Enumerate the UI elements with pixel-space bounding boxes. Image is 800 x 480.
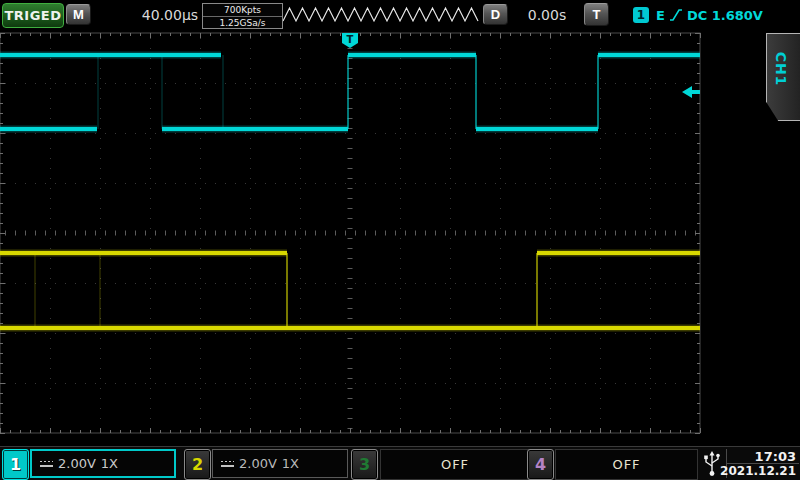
trigger-source-badge: 1 (633, 7, 649, 23)
trigger-status-badge: TRIGED (2, 3, 64, 28)
trace-ch2-high (537, 251, 700, 255)
trace-edge-faint (223, 55, 224, 129)
channel-2-settings[interactable]: 2.00V 1X (212, 449, 348, 478)
channel-1-probe: 1X (101, 456, 118, 471)
waveform-preview-icon (283, 4, 481, 26)
dc-coupling-icon (40, 460, 53, 468)
trace-edge-faint (98, 55, 99, 129)
trace-ch1-high (348, 53, 476, 57)
channel-1-settings[interactable]: 2.00V 1X (30, 449, 176, 478)
trace-edge-faint (100, 253, 101, 328)
channel-3-status[interactable]: OFF (380, 449, 530, 480)
horizontal-menu-button[interactable]: M (66, 4, 91, 25)
channel-4-badge[interactable]: 4 (527, 449, 554, 480)
trace-ch1-high (598, 53, 700, 57)
memory-depth: 700Kpts (203, 4, 282, 17)
trace-ch2-high (0, 251, 287, 255)
active-channel-tab-label: CH1 (773, 29, 789, 109)
channel-2-probe: 1X (282, 456, 299, 471)
bottom-channel-bar: 1 2.00V 1X 2 2.00V 1X 3 OFF 4 OFF (0, 446, 800, 480)
trace-edge (286, 253, 288, 328)
channel-3-badge[interactable]: 3 (351, 449, 378, 480)
clock-date: 2021.12.21 (727, 463, 799, 478)
trace-ch1-high (0, 53, 221, 57)
trigger-time-marker-label: T (347, 34, 354, 45)
trace-ch1-low (0, 127, 97, 131)
channel-1-badge[interactable]: 1 (2, 449, 29, 480)
channel-2-scale: 2.00V (239, 456, 277, 471)
delay-menu-button[interactable]: D (483, 4, 508, 25)
trace-edge (347, 55, 349, 129)
trace-edge (536, 253, 538, 328)
channel-2-badge[interactable]: 2 (184, 449, 211, 480)
trigger-coupling-level: DC 1.680V (687, 8, 763, 23)
delay-readout: 0.00s (512, 7, 582, 23)
trigger-info: E DC 1.680V (656, 6, 763, 24)
waveform-display: 12T (0, 30, 760, 445)
trigger-menu-button[interactable]: T (584, 3, 609, 26)
trace-edge (475, 55, 477, 129)
active-channel-tab[interactable]: CH1 (766, 33, 800, 121)
channel-4-status[interactable]: OFF (555, 449, 698, 480)
usb-icon (702, 450, 722, 477)
dc-coupling-icon (221, 460, 234, 468)
clock-time: 17:03 (727, 449, 799, 463)
trace-ch1-low (476, 127, 598, 131)
channel-1-scale: 2.00V (58, 456, 96, 471)
acquisition-info-box: 700Kpts 1.25GSa/s (202, 3, 283, 29)
sample-rate: 1.25GSa/s (203, 17, 282, 29)
rising-edge-icon (669, 8, 683, 22)
trace-ch2-low (0, 326, 700, 330)
trigger-level-marker[interactable] (682, 86, 700, 98)
trigger-edge-prefix: E (656, 8, 665, 23)
oscilloscope-screen: TRIGED M 40.00µs 700Kpts 1.25GSa/s D 0.0… (0, 0, 800, 480)
trace-edge (597, 55, 599, 129)
top-status-bar: TRIGED M 40.00µs 700Kpts 1.25GSa/s D 0.0… (0, 0, 800, 30)
trace-ch1-low (162, 127, 348, 131)
trace-edge-faint (35, 253, 36, 328)
time-date-box: 17:03 2021.12.21 (726, 449, 799, 478)
trace-edge-faint (162, 55, 163, 129)
